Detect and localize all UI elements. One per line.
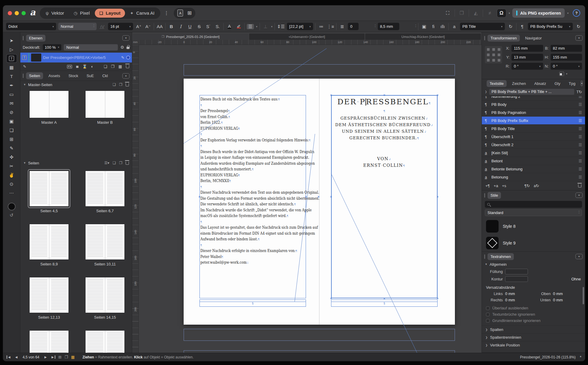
transform-tab[interactable]: Transformieren [488, 35, 520, 42]
first-page-button[interactable]: ◀ [7, 355, 11, 359]
style-row-menu-icon[interactable]: ☰ [578, 135, 582, 139]
text-styles-options-icon[interactable]: ▾ [581, 81, 583, 86]
page-thumb-Seiten 8,9[interactable]: Seiten 8,9 [29, 224, 69, 266]
layer-settings-gear-icon[interactable]: ⚙ [120, 45, 124, 50]
grid-view-icon[interactable]: ⊞ [187, 10, 191, 16]
baseline-icon[interactable]: ⊥ [262, 24, 269, 29]
master-thumb-2[interactable]: Master B [85, 91, 125, 125]
layer-fx-icon[interactable]: FX [67, 65, 72, 68]
style-item-style-9[interactable]: Style 9 [482, 235, 585, 251]
bullet-list-icon[interactable]: ≔ [318, 24, 325, 29]
delete-page-icon[interactable] [126, 161, 129, 165]
width-input[interactable]: 82 mm [551, 45, 582, 52]
text-frame-icon[interactable]: ▣ [421, 24, 428, 29]
section-spaltentrennlinien[interactable]: ❯Spaltentrennlinien [482, 333, 585, 341]
more-menu-icon[interactable]: ⋮ [160, 10, 173, 16]
delete-layer-icon[interactable] [126, 65, 129, 68]
persona-tab-layout[interactable]: ❏Layout [95, 9, 125, 18]
checkbox[interactable] [486, 319, 490, 323]
frame-text-tool[interactable]: T [7, 54, 17, 62]
italic-icon[interactable]: I [177, 24, 184, 29]
reapply-paragraph-style-icon[interactable]: ¶↻ [525, 184, 530, 188]
help-button[interactable]: ? [573, 9, 580, 17]
checkbox[interactable] [486, 313, 490, 316]
general-section-header[interactable]: ▼Allgemein [482, 261, 585, 268]
export-png-button[interactable]: Als PNG exportieren [512, 8, 565, 18]
master-pages-section-header[interactable]: ▼Master-Seiten ❏ ❐ [20, 81, 132, 88]
minimize-window-button[interactable] [15, 11, 19, 15]
text-styles-tab-gly[interactable]: Gly [552, 80, 563, 87]
paragraph-style-reset-icon[interactable]: ↻ [575, 24, 582, 29]
pages-view-icon[interactable]: ☰▾ [104, 161, 109, 165]
histogram-icon[interactable]: ıllı [439, 24, 446, 29]
character-style-reset-icon[interactable]: ↻ [507, 24, 514, 29]
layer-edit-icon[interactable]: ✎ [121, 55, 124, 60]
frame-handle[interactable]: × [383, 94, 385, 96]
page-thumb-Seiten 12,13[interactable]: Seiten 12,13 [29, 277, 69, 320]
pen-tool[interactable]: ✒ [7, 81, 17, 89]
font-size-select[interactable]: 16 pt▾ [108, 23, 133, 30]
text-styles-tab-absatz[interactable]: Absatz [531, 80, 549, 87]
spread-view-icon[interactable]: ⊞ [58, 355, 62, 359]
master-thumb-1[interactable]: Master A [29, 91, 69, 125]
add-master-icon[interactable]: ❏ [112, 83, 116, 87]
layer-visibility-toggle[interactable] [126, 56, 130, 59]
paragraph-align-icon[interactable]: ☰ [247, 24, 254, 29]
font-weight-select[interactable]: Normalˆˇ [58, 23, 97, 30]
layer-lock-icon[interactable] [127, 47, 130, 49]
ligatures-icon[interactable]: fi [430, 24, 437, 29]
warning-grid-icon[interactable]: ▦ [71, 355, 74, 359]
left-footer-frame[interactable]: § [199, 300, 306, 307]
preview-toggle-icon[interactable]: ❐ [65, 355, 68, 359]
frame-handle[interactable]: × [437, 196, 438, 198]
persona-tab-vektor[interactable]: ψVektor [41, 9, 69, 18]
style-row-menu-icon[interactable]: ☰ [578, 102, 582, 107]
close-window-button[interactable] [8, 11, 12, 15]
frame-handle[interactable]: × [199, 196, 200, 198]
canvas-area[interactable]: ❐Pressbengel_2026-01-26 [Geändert]<Unben… [132, 32, 482, 353]
frame-handle[interactable]: × [383, 297, 385, 300]
styles-category-select[interactable]: Standardˆˇ [485, 209, 582, 216]
anchor-point-icon[interactable] [559, 72, 564, 76]
decrease-size-icon[interactable]: A⁻ [144, 24, 152, 29]
bold-icon[interactable]: B [168, 24, 175, 29]
font-family-select[interactable]: Didot▾ [6, 23, 56, 30]
style-row-menu-icon[interactable]: ☰ [578, 151, 582, 155]
zoom-tool[interactable]: ⊙ [7, 180, 17, 188]
picture-frame-tool[interactable]: ✉ [7, 99, 17, 107]
anchor-chevron-icon[interactable]: ▾ [566, 72, 567, 75]
snapping-magnet-button[interactable]: Ω [497, 9, 506, 18]
next-page-button[interactable]: ▶ [43, 355, 48, 359]
frame-handle[interactable]: × [330, 94, 332, 96]
style-row-menu-icon[interactable]: ☰ [578, 143, 582, 147]
style-reset-icon[interactable]: T↻ [576, 90, 582, 94]
frame-handle[interactable]: × [318, 196, 319, 198]
delete-master-icon[interactable] [126, 83, 129, 86]
view-hand-tool[interactable]: ✌ [7, 171, 17, 179]
paragraph-style-select[interactable]: PB Body Prefix Su▾ [528, 23, 573, 30]
style-row-pb-body-prefix-suffix[interactable]: ¶PB Body Prefix Suffix☰ [482, 117, 585, 125]
style-row-pb-body[interactable]: ¶PB Body☰ [482, 100, 585, 109]
style-row-überschrift-1[interactable]: ¶Überschrift 1☰ [482, 133, 585, 141]
transform-anchor-widget[interactable] [485, 46, 502, 63]
style-row-überschrift-2[interactable]: ¶Überschrift 2☰ [482, 141, 585, 149]
page-indicator[interactable]: 4,5 von 64 [22, 355, 39, 359]
new-layer-icon[interactable]: ❏ [103, 64, 107, 69]
underline-icon[interactable]: U [186, 24, 194, 29]
style-row-betonung[interactable]: aBetonung☰ [482, 173, 585, 181]
style-row-nummerierung-2[interactable]: ¶Nummerierung 2☰ [482, 96, 585, 100]
transform-panel-options-icon[interactable]: ▾ [575, 35, 583, 41]
text-styles-tab-textstile[interactable]: Textstile [487, 80, 507, 87]
styles-panel-options-icon[interactable]: ▾ [575, 193, 583, 198]
style-row-betont[interactable]: aBetont☰ [482, 157, 585, 165]
style-row-menu-icon[interactable]: ☰ [578, 159, 582, 163]
more-tools[interactable]: ⋯ [7, 189, 17, 197]
style-row--kein-stil-[interactable]: a[Kein Stil]☰ [482, 149, 585, 157]
left-page-text[interactable]: Dieses·Buch·ist·ein·Nachdruck·des·Textes… [200, 96, 306, 265]
shape-tool[interactable]: ▭ [7, 90, 17, 98]
section-spalten[interactable]: ❯Spalten [482, 326, 585, 333]
section-vertikale-position[interactable]: ❯Vertikale Position [482, 341, 585, 349]
export-chevron-icon[interactable]: ▾ [567, 12, 569, 15]
style-row-menu-icon[interactable]: ☰ [578, 118, 582, 123]
numbered-list-icon[interactable]: ⋮≡ [327, 24, 334, 29]
